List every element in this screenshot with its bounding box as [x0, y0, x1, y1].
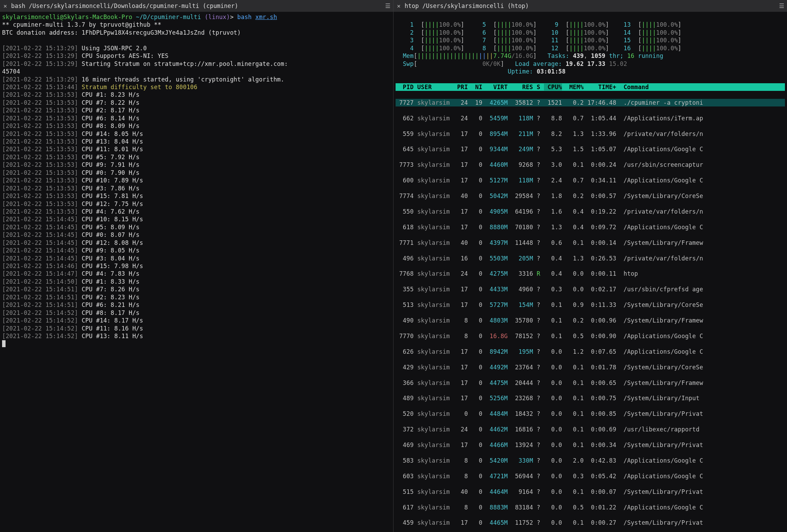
process-row[interactable]: 496 skylarsim 16 0 5503M 205M ? 0.4 1.3 …	[396, 255, 785, 262]
process-row[interactable]: 366 skylarsim 17 0 4475M 20444 ? 0.0 0.1…	[396, 379, 785, 387]
process-row[interactable]: 662 skylarsim 24 0 5459M 118M ? 8.8 0.7 …	[396, 114, 785, 122]
process-table-header[interactable]: PID USER PRI NI VIRT RES S CPU% MEM% TIM…	[396, 83, 785, 91]
left-terminal[interactable]: skylarsimoncelli@Skylars-MacBook-Pro ~/D…	[0, 12, 393, 532]
right-pane: ✕ htop /Users/skylarsimoncelli (htop) ☰ …	[394, 0, 787, 532]
process-row[interactable]: 7727 skylarsim 24 19 4265M 35812 ? 1521 …	[396, 99, 785, 106]
process-row[interactable]: 7768 skylarsim 24 0 4275M 3316 R 0.4 0.0…	[396, 270, 785, 277]
process-row[interactable]: 489 skylarsim 17 0 5256M 23268 ? 0.0 0.1…	[396, 394, 785, 402]
left-pane: ✕ bash /Users/skylarsimoncelli/Downloads…	[0, 0, 394, 532]
process-row[interactable]: 600 skylarsim 17 0 5127M 118M ? 2.4 0.7 …	[396, 177, 785, 184]
close-icon[interactable]: ✕	[396, 2, 401, 9]
process-row[interactable]: 583 skylarsim 8 0 5420M 330M ? 0.0 2.0 0…	[396, 457, 785, 464]
process-row[interactable]: 7774 skylarsim 40 0 5042M 29584 ? 1.8 0.…	[396, 192, 785, 200]
process-row[interactable]: 617 skylarsim 8 0 8883M 83184 ? 0.0 0.5 …	[396, 504, 785, 511]
menu-icon[interactable]: ☰	[776, 2, 784, 9]
right-terminal[interactable]: 1 [||||100.0%] 5 [||||100.0%] 9 [||||100…	[394, 12, 787, 532]
close-icon[interactable]: ✕	[3, 2, 8, 9]
left-title: bash /Users/skylarsimoncelli/Downloads/c…	[11, 2, 382, 9]
process-row[interactable]: 513 skylarsim 17 0 5727M 154M ? 0.1 0.9 …	[396, 301, 785, 309]
app-root: ✕ bash /Users/skylarsimoncelli/Downloads…	[0, 0, 787, 532]
process-row[interactable]: 515 skylarsim 40 0 4464M 9164 ? 0.0 0.1 …	[396, 488, 785, 496]
process-row[interactable]: 7771 skylarsim 40 0 4397M 11448 ? 0.6 0.…	[396, 239, 785, 247]
process-row[interactable]: 626 skylarsim 17 0 8942M 195M ? 0.0 1.2 …	[396, 348, 785, 355]
process-row[interactable]: 618 skylarsim 17 0 8880M 70180 ? 1.3 0.4…	[396, 223, 785, 231]
process-row[interactable]: 459 skylarsim 17 0 4465M 11752 ? 0.0 0.1…	[396, 519, 785, 526]
process-row[interactable]: 7770 skylarsim 8 0 16.8G 78152 ? 0.1 0.5…	[396, 332, 785, 340]
process-row[interactable]: 490 skylarsim 8 0 4803M 35780 ? 0.1 0.2 …	[396, 317, 785, 324]
process-row[interactable]: 645 skylarsim 17 0 9344M 249M ? 5.3 1.5 …	[396, 145, 785, 153]
process-row[interactable]: 372 skylarsim 24 0 4462M 16816 ? 0.0 0.1…	[396, 426, 785, 433]
left-titlebar: ✕ bash /Users/skylarsimoncelli/Downloads…	[0, 0, 393, 12]
process-row[interactable]: 355 skylarsim 17 0 4433M 4960 ? 0.3 0.0 …	[396, 285, 785, 293]
right-title: htop /Users/skylarsimoncelli (htop)	[405, 2, 776, 9]
process-row[interactable]: 520 skylarsim 0 0 4484M 18432 ? 0.0 0.1 …	[396, 410, 785, 418]
process-row[interactable]: 429 skylarsim 17 0 4492M 23764 ? 0.0 0.1…	[396, 363, 785, 371]
process-row[interactable]: 559 skylarsim 17 0 8954M 211M ? 8.2 1.3 …	[396, 130, 785, 138]
process-row[interactable]: 7773 skylarsim 17 0 4460M 9268 ? 3.0 0.1…	[396, 161, 785, 169]
menu-icon[interactable]: ☰	[382, 2, 390, 9]
process-row[interactable]: 469 skylarsim 17 0 4466M 13924 ? 0.0 0.1…	[396, 441, 785, 449]
right-titlebar: ✕ htop /Users/skylarsimoncelli (htop) ☰	[394, 0, 787, 12]
process-row[interactable]: 550 skylarsim 17 0 4905M 64196 ? 1.6 0.4…	[396, 208, 785, 215]
process-row[interactable]: 603 skylarsim 8 0 4721M 56944 ? 0.0 0.3 …	[396, 472, 785, 480]
